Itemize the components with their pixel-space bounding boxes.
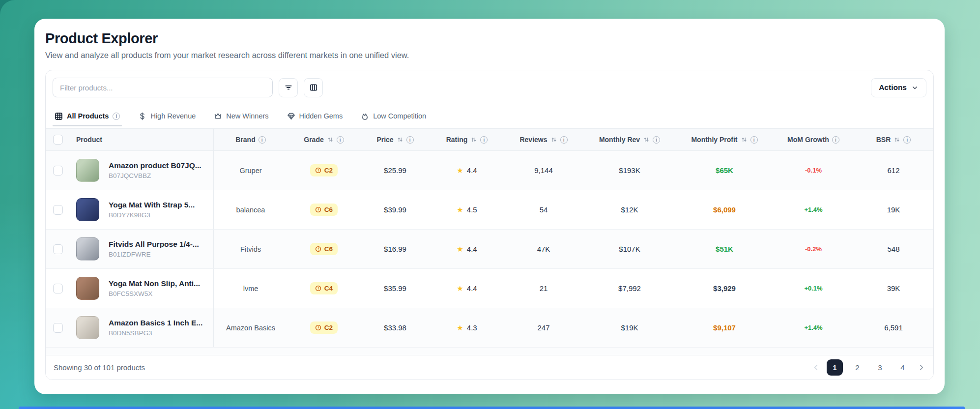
table-row[interactable]: Yoga Mat With Strap 5... B0DY7K98G3 bala… [46,190,933,230]
info-icon[interactable]: i [560,136,568,144]
crown-icon [214,112,222,120]
row-checkbox[interactable] [53,205,63,215]
brand-cell: Amazon Basics [214,308,288,347]
select-all-checkbox[interactable] [53,135,63,145]
product-title[interactable]: Amazon product B07JQ... [109,161,202,170]
table-row[interactable]: Amazon Basics 1 Inch E... B0DN5SBPG3 Ama… [46,308,933,348]
pagination: 1234 [812,359,925,376]
header-cell-monthly-profit[interactable]: Monthly Profit i [676,129,773,150]
row-checkbox[interactable] [53,284,63,293]
header-cell-price[interactable]: Price i [360,129,430,150]
sort-arrows-icon[interactable] [643,136,650,143]
star-icon: ★ [457,284,463,293]
column-label: BSR [876,136,891,144]
header-cell-brand: Brand i [214,129,288,150]
mom-growth-cell: +1.4% [773,190,854,229]
product-cell: Yoga Mat Non Slip, Anti... B0FC5SXW5X [70,269,214,308]
table-row[interactable]: Amazon product B07JQ... B07JQCVBBZ Grupe… [46,151,933,190]
header-cell-monthly-rev[interactable]: Monthly Rev i [583,129,676,150]
page-button-4[interactable]: 4 [894,359,911,376]
pagination-prev-button[interactable] [812,363,820,372]
columns-button[interactable] [304,78,323,97]
product-meta: Amazon product B07JQ... B07JQCVBBZ [109,161,202,179]
sort-arrows-icon[interactable] [894,136,900,143]
bsr-cell: 19K [854,190,933,229]
page-subtitle: View and analyze all products from your … [45,51,934,60]
checkbox-cell [46,230,70,268]
info-icon[interactable]: i [832,136,839,144]
header-cell-grade[interactable]: Grade i [288,129,360,150]
product-image [76,237,99,261]
tab-all-products[interactable]: All Productsi [55,104,120,128]
product-title[interactable]: Yoga Mat Non Slip, Anti... [109,279,200,288]
product-image [76,198,99,221]
page-button-1[interactable]: 1 [827,359,843,376]
sort-arrows-icon[interactable] [550,136,557,143]
info-icon[interactable]: i [480,136,488,144]
sort-arrows-icon[interactable] [327,136,334,143]
header-cell-reviews[interactable]: Reviews i [504,129,583,150]
price-cell: $16.99 [360,230,430,268]
tab-new-winners[interactable]: New Winners [214,104,268,128]
brand-name: balancea [236,206,265,214]
chevron-down-icon [911,84,919,91]
gem-icon [287,112,295,120]
header-cell-bsr[interactable]: BSR i [854,129,933,150]
row-checkbox[interactable] [53,166,63,175]
row-checkbox[interactable] [53,244,63,254]
brand-name: Gruper [239,167,261,175]
tab-label: New Winners [226,112,268,120]
sort-arrows-icon[interactable] [470,136,477,143]
rating-cell: ★4.4 [430,230,504,268]
rating-cell: ★4.4 [430,269,504,308]
table-header-row: Product Brand i Grade i Price i Rating i… [46,128,933,151]
grid-icon [55,112,63,120]
filter-button[interactable] [279,78,298,97]
reviews-cell: 9,144 [504,151,583,190]
price-cell: $25.99 [360,151,430,190]
info-icon[interactable]: i [653,136,660,144]
price-cell: $33.98 [360,308,430,347]
chevron-right-icon [917,363,925,372]
star-icon: ★ [457,205,463,214]
page-button-3[interactable]: 3 [872,359,888,376]
reviews-cell: 21 [504,269,583,308]
header-cell-mom-growth: MoM Growth i [773,129,854,150]
tab-high-revenue[interactable]: High Revenue [138,104,196,128]
sort-arrows-icon[interactable] [397,136,404,143]
column-label: Monthly Profit [691,136,737,144]
header-cell-rating[interactable]: Rating i [430,129,504,150]
info-icon[interactable]: i [259,136,266,144]
reviews-cell: 247 [504,308,583,347]
info-icon[interactable]: i [406,136,414,144]
dollar-icon [138,112,146,120]
monthly-rev-cell: $193K [583,151,676,190]
results-summary: Showing 30 of 101 products [54,363,145,372]
grade-badge: C4 [310,282,338,294]
star-icon: ★ [457,245,463,254]
product-title[interactable]: Fitvids All Purpose 1/4-... [109,240,199,249]
column-label: MoM Growth [787,136,829,144]
info-icon[interactable]: i [903,136,911,144]
monthly-rev-cell: $7,992 [583,269,676,308]
pagination-next-button[interactable] [917,363,925,372]
table-row[interactable]: Fitvids All Purpose 1/4-... B01IZDFWRE F… [46,230,933,269]
page-button-2[interactable]: 2 [849,359,865,376]
info-icon[interactable]: i [750,136,758,144]
tab-label: Low Competition [373,112,426,120]
table-row[interactable]: Yoga Mat Non Slip, Anti... B0FC5SXW5X lv… [46,269,933,308]
info-icon[interactable]: i [337,136,344,144]
monthly-profit-cell: $3,929 [676,269,773,308]
row-checkbox[interactable] [53,323,63,333]
price-cell: $39.99 [360,190,430,229]
tab-hidden-gems[interactable]: Hidden Gems [287,104,343,128]
rating-cell: ★4.5 [430,190,504,229]
product-title[interactable]: Yoga Mat With Strap 5... [109,201,195,209]
info-icon[interactable]: i [113,113,120,120]
product-title[interactable]: Amazon Basics 1 Inch E... [109,319,202,327]
actions-button[interactable]: Actions [871,78,926,97]
sort-arrows-icon[interactable] [741,136,748,143]
tab-low-competition[interactable]: Low Competition [361,104,426,128]
column-label: Product [76,136,102,144]
filter-input[interactable] [53,78,273,97]
